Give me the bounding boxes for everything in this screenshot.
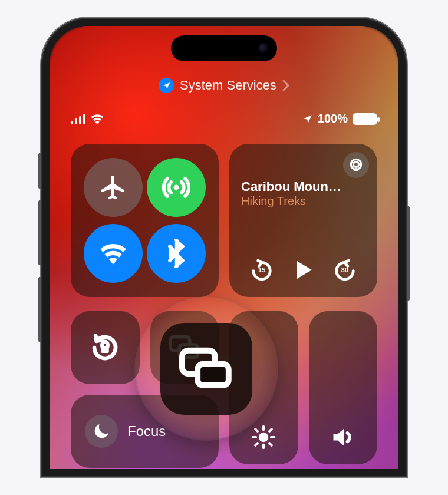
wifi-status-icon <box>90 114 104 124</box>
sun-icon <box>251 424 276 450</box>
screen-mirroring-button[interactable] <box>150 311 219 384</box>
focus-button[interactable]: Focus <box>71 395 219 468</box>
airplane-icon <box>99 173 127 202</box>
volume-up-button <box>38 200 41 265</box>
moon-icon <box>85 415 118 448</box>
volume-down-button <box>38 277 41 342</box>
power-button <box>407 206 410 301</box>
svg-point-2 <box>353 161 358 167</box>
wifi-toggle[interactable] <box>84 224 143 283</box>
cellular-signal-icon <box>71 114 85 124</box>
airplane-mode-toggle[interactable] <box>84 158 143 217</box>
volume-slider[interactable] <box>309 311 378 464</box>
skip-forward-button[interactable]: 30 <box>333 258 357 282</box>
speaker-icon <box>330 424 356 450</box>
play-button[interactable] <box>291 258 315 282</box>
location-arrow-icon <box>159 78 174 93</box>
media-title: Caribou Moun… <box>241 179 365 194</box>
bluetooth-icon <box>168 239 185 268</box>
breadcrumb-label: System Services <box>180 78 276 93</box>
antenna-icon <box>162 173 190 202</box>
phone-frame: System Services 100% <box>41 18 407 477</box>
dynamic-island <box>171 35 277 61</box>
skip-back-seconds: 15 <box>258 266 265 273</box>
bluetooth-toggle[interactable] <box>147 224 206 283</box>
battery-icon <box>353 113 377 125</box>
connectivity-module[interactable] <box>71 144 219 297</box>
svg-point-0 <box>174 185 179 190</box>
battery-percent-label: 100% <box>318 112 348 126</box>
media-module[interactable]: Caribou Moun… Hiking Treks 15 30 <box>229 144 377 297</box>
status-bar: 100% <box>71 112 377 126</box>
breadcrumb[interactable]: System Services <box>50 78 398 93</box>
airplay-audio-button[interactable] <box>343 152 369 178</box>
orientation-lock-icon <box>89 332 121 364</box>
play-icon <box>291 258 315 282</box>
airplay-icon <box>348 157 364 173</box>
orientation-lock-toggle[interactable] <box>71 311 140 384</box>
media-subtitle: Hiking Treks <box>241 194 365 208</box>
chevron-right-icon <box>282 80 289 91</box>
screen: System Services 100% <box>50 26 398 469</box>
svg-point-7 <box>259 433 269 443</box>
brightness-slider[interactable] <box>229 311 298 464</box>
cellular-data-toggle[interactable] <box>147 158 206 217</box>
skip-forward-seconds: 30 <box>341 266 348 273</box>
skip-back-button[interactable]: 15 <box>250 258 274 282</box>
wifi-icon <box>98 242 128 265</box>
focus-label: Focus <box>127 423 166 440</box>
location-status-icon <box>302 114 313 124</box>
mute-switch <box>38 153 41 189</box>
screen-mirroring-icon <box>169 334 200 361</box>
